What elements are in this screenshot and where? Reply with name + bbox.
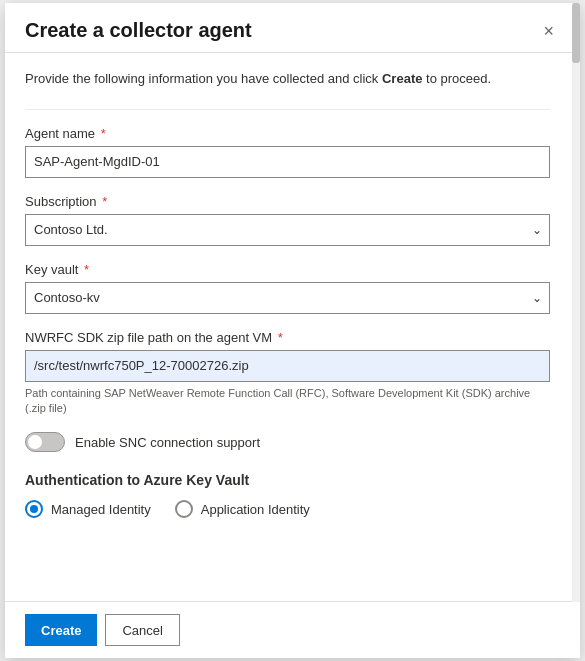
create-collector-agent-dialog: Create a collector agent × Provide the f… <box>5 3 580 658</box>
cancel-button[interactable]: Cancel <box>105 614 179 646</box>
subscription-label: Subscription * <box>25 194 550 209</box>
auth-section: Authentication to Azure Key Vault Manage… <box>25 472 550 518</box>
key-vault-select[interactable]: Contoso-kv <box>25 282 550 314</box>
application-identity-radio[interactable] <box>175 500 193 518</box>
key-vault-select-wrapper: Contoso-kv ⌄ <box>25 282 550 314</box>
managed-identity-option[interactable]: Managed Identity <box>25 500 151 518</box>
application-identity-option[interactable]: Application Identity <box>175 500 310 518</box>
divider <box>25 109 550 110</box>
dialog-footer: Create Cancel <box>5 601 580 658</box>
agent-name-group: Agent name * <box>25 126 550 178</box>
subscription-select[interactable]: Contoso Ltd. <box>25 214 550 246</box>
subscription-group: Subscription * Contoso Ltd. ⌄ <box>25 194 550 246</box>
snc-toggle-thumb <box>28 435 42 449</box>
subscription-select-wrapper: Contoso Ltd. ⌄ <box>25 214 550 246</box>
required-star: * <box>97 126 106 141</box>
snc-toggle-group: Enable SNC connection support <box>25 432 550 452</box>
close-button[interactable]: × <box>537 20 560 42</box>
sdk-path-group: NWRFC SDK zip file path on the agent VM … <box>25 330 550 417</box>
managed-identity-radio[interactable] <box>25 500 43 518</box>
create-button[interactable]: Create <box>25 614 97 646</box>
required-star-2: * <box>99 194 108 209</box>
agent-name-input[interactable] <box>25 146 550 178</box>
managed-identity-radio-inner <box>30 505 38 513</box>
dialog-body: Provide the following information you ha… <box>5 53 580 601</box>
required-star-3: * <box>80 262 89 277</box>
managed-identity-label: Managed Identity <box>51 502 151 517</box>
key-vault-group: Key vault * Contoso-kv ⌄ <box>25 262 550 314</box>
application-identity-label: Application Identity <box>201 502 310 517</box>
dialog-header: Create a collector agent × <box>5 3 580 53</box>
agent-name-label: Agent name * <box>25 126 550 141</box>
auth-radio-group: Managed Identity Application Identity <box>25 500 550 518</box>
snc-toggle-label: Enable SNC connection support <box>75 435 260 450</box>
sdk-path-hint: Path containing SAP NetWeaver Remote Fun… <box>25 386 550 417</box>
dialog-title: Create a collector agent <box>25 19 252 42</box>
snc-toggle[interactable] <box>25 432 65 452</box>
scrollbar-track[interactable] <box>572 3 580 602</box>
sdk-path-input[interactable] <box>25 350 550 382</box>
key-vault-label: Key vault * <box>25 262 550 277</box>
sdk-path-label: NWRFC SDK zip file path on the agent VM … <box>25 330 550 345</box>
scrollbar-thumb[interactable] <box>572 3 580 63</box>
required-star-4: * <box>274 330 283 345</box>
auth-section-title: Authentication to Azure Key Vault <box>25 472 550 488</box>
info-text: Provide the following information you ha… <box>25 69 550 89</box>
